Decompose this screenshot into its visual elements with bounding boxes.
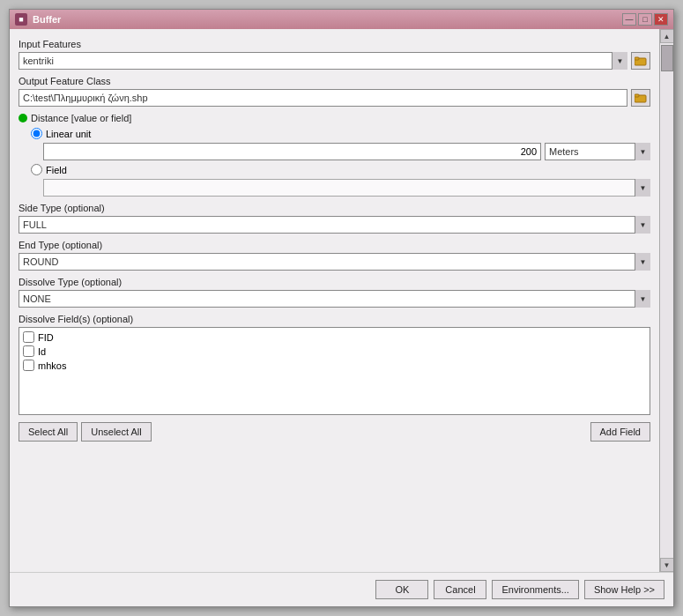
scroll-track[interactable] [660, 43, 673, 558]
input-features-row: kentriki ▼ [19, 52, 650, 70]
dissolve-type-group: Dissolve Type (optional) NONE ALL LIST ▼ [19, 276, 650, 308]
field-select[interactable] [43, 179, 650, 197]
distance-value-input[interactable] [43, 143, 541, 160]
unselect-all-button[interactable]: Unselect All [81, 422, 151, 442]
folder-open-icon [635, 93, 647, 103]
field-dropdown-row: ▼ [19, 179, 650, 197]
dissolve-type-select[interactable]: NONE ALL LIST [19, 290, 650, 308]
distance-section: Distance [value or field] Linear unit Me… [19, 112, 650, 197]
field-radio-row: Field [19, 164, 650, 175]
mhkos-label: mhkos [38, 360, 66, 371]
side-type-label: Side Type (optional) [19, 202, 650, 214]
dissolve-fields-box: FID Id mhkos [19, 327, 650, 415]
list-item: mhkos [23, 360, 646, 371]
end-type-select[interactable]: ROUND FLAT [19, 253, 650, 271]
title-bar-text: ■ Buffer [15, 13, 61, 26]
footer: OK Cancel Environments... Show Help >> [10, 572, 673, 606]
environments-button[interactable]: Environments... [492, 580, 578, 599]
output-feature-class-input[interactable] [19, 89, 627, 107]
add-field-button[interactable]: Add Field [590, 422, 650, 442]
title-controls: — □ ✕ [622, 13, 668, 26]
distance-value-wrapper [43, 143, 541, 160]
mhkos-checkbox[interactable] [23, 360, 34, 371]
input-features-browse-button[interactable] [631, 52, 650, 70]
dissolve-fields-group: Dissolve Field(s) (optional) FID Id mhko… [19, 313, 650, 443]
output-feature-class-label: Output Feature Class [19, 75, 650, 87]
fid-label: FID [38, 332, 54, 343]
show-help-button[interactable]: Show Help >> [584, 580, 664, 599]
folder-icon [635, 56, 647, 66]
window-title: Buffer [33, 14, 61, 25]
distance-status-dot [19, 114, 27, 122]
empty-space [19, 449, 650, 501]
scrollbar: ▲ ▼ [659, 29, 673, 572]
select-all-button[interactable]: Select All [19, 422, 78, 442]
title-bar: ■ Buffer — □ ✕ [10, 10, 673, 29]
output-feature-class-browse-button[interactable] [631, 89, 650, 107]
input-features-select-wrapper: kentriki ▼ [19, 52, 627, 70]
restore-button[interactable]: □ [638, 13, 652, 26]
field-radio-label[interactable]: Field [46, 165, 67, 175]
end-type-label: End Type (optional) [19, 239, 650, 251]
fid-checkbox[interactable] [23, 331, 34, 343]
list-item: FID [23, 331, 646, 343]
scroll-down-button[interactable]: ▼ [660, 558, 674, 572]
minimize-button[interactable]: — [622, 13, 636, 26]
ok-button[interactable]: OK [375, 580, 428, 599]
linear-unit-row: Meters Kilometers Feet Miles ▼ [19, 143, 650, 160]
content-area: Input Features kentriki ▼ [10, 29, 673, 572]
linear-unit-radio-row: Linear unit [19, 128, 650, 139]
output-feature-class-group: Output Feature Class [19, 75, 650, 107]
id-label: Id [38, 346, 46, 357]
side-type-select-wrapper: FULL LEFT RIGHT OUTSIDE_ONLY ▼ [19, 216, 650, 234]
main-panel: Input Features kentriki ▼ [10, 29, 659, 572]
linear-unit-radio[interactable] [31, 128, 42, 139]
linear-unit-radio-label[interactable]: Linear unit [46, 129, 91, 139]
distance-unit-select[interactable]: Meters Kilometers Feet Miles [545, 143, 650, 160]
field-radio[interactable] [31, 164, 42, 175]
distance-unit-select-wrapper: Meters Kilometers Feet Miles ▼ [545, 143, 650, 160]
dissolve-fields-buttons-row: Select All Unselect All Add Field [19, 417, 650, 443]
dissolve-fields-label: Dissolve Field(s) (optional) [19, 313, 650, 325]
input-features-group: Input Features kentriki ▼ [19, 38, 650, 70]
scroll-up-button[interactable]: ▲ [660, 29, 674, 43]
svg-rect-3 [635, 94, 639, 97]
end-type-select-wrapper: ROUND FLAT ▼ [19, 253, 650, 271]
cancel-button[interactable]: Cancel [434, 580, 486, 599]
dissolve-type-label: Dissolve Type (optional) [19, 276, 650, 288]
list-item: Id [23, 345, 646, 357]
scroll-thumb[interactable] [661, 45, 673, 71]
end-type-group: End Type (optional) ROUND FLAT ▼ [19, 239, 650, 271]
side-type-select[interactable]: FULL LEFT RIGHT OUTSIDE_ONLY [19, 216, 650, 234]
svg-rect-1 [635, 57, 639, 60]
distance-label: Distance [value or field] [31, 112, 131, 124]
field-select-wrapper: ▼ [43, 179, 650, 197]
input-features-label: Input Features [19, 38, 650, 50]
input-features-select[interactable]: kentriki [19, 52, 627, 70]
distance-label-row: Distance [value or field] [19, 112, 650, 124]
output-feature-class-row [19, 89, 650, 107]
window-icon: ■ [15, 13, 27, 26]
id-checkbox[interactable] [23, 345, 34, 357]
side-type-group: Side Type (optional) FULL LEFT RIGHT OUT… [19, 202, 650, 234]
dissolve-type-select-wrapper: NONE ALL LIST ▼ [19, 290, 650, 308]
buffer-window: ■ Buffer — □ ✕ Input Features kentriki ▼ [9, 9, 674, 607]
close-button[interactable]: ✕ [654, 13, 668, 26]
